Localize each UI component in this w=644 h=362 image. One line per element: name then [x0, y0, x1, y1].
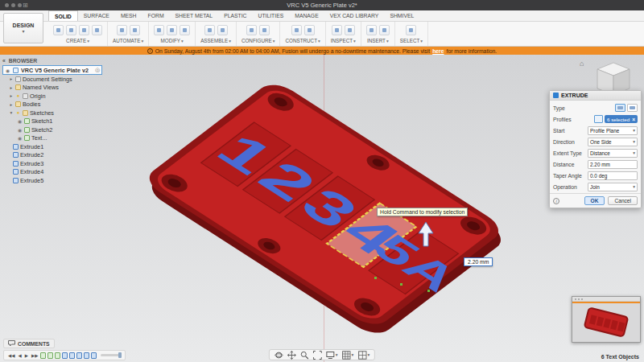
timeline-feature-sketch[interactable]: [47, 352, 53, 359]
browser-item-document-settings[interactable]: ▸ Document Settings: [2, 75, 109, 84]
tab-sheet-metal[interactable]: SHEET METAL: [170, 10, 219, 21]
sketch-point-marker[interactable]: [400, 283, 402, 286]
timeline-feature-extrude[interactable]: [84, 352, 89, 359]
direction-dropdown[interactable]: One Side ▾: [588, 138, 638, 146]
modify-menu[interactable]: MODIFY▾: [161, 38, 184, 43]
sketch-point-marker[interactable]: [427, 290, 430, 292]
extrude-dialog-header[interactable]: EXTRUDE: [550, 91, 641, 101]
assemble-tool-icon[interactable]: [204, 25, 215, 35]
select-menu[interactable]: SELECT▾: [400, 38, 423, 43]
gear-icon[interactable]: ◎: [95, 67, 100, 73]
grid-settings-icon[interactable]: ▾: [342, 351, 354, 360]
select-tool-icon[interactable]: [406, 25, 416, 35]
timeline-go-start-button[interactable]: ◀◀: [7, 353, 15, 358]
visibility-bulb-icon[interactable]: ●: [15, 93, 21, 98]
chevron-right-icon[interactable]: ▸: [9, 85, 14, 90]
chevron-right-icon[interactable]: ▸: [9, 93, 14, 98]
inspect-tool-icon[interactable]: [332, 25, 342, 35]
browser-item-extrude1[interactable]: Extrude1: [2, 142, 109, 151]
tab-vex-cad-library[interactable]: VEX CAD LIBRARY: [324, 10, 385, 21]
insert-tool-icon[interactable]: [379, 25, 390, 35]
insert-tool-icon[interactable]: [366, 25, 377, 35]
timeline-feature-extrude[interactable]: [62, 352, 68, 359]
profiles-selected-chip[interactable]: 6 selected ×: [605, 115, 638, 123]
mini-preview-window[interactable]: [572, 296, 641, 343]
modify-tool-icon[interactable]: [167, 25, 177, 35]
construct-tool-icon[interactable]: [291, 25, 302, 35]
tab-solid[interactable]: SOLID: [48, 10, 78, 21]
display-settings-icon[interactable]: ▾: [326, 351, 338, 360]
browser-item-extrude5[interactable]: Extrude5: [2, 176, 109, 185]
viewports-icon[interactable]: ▾: [357, 351, 369, 360]
browser-item-sketches[interactable]: ▾ ● Sketches: [2, 109, 109, 117]
ok-button[interactable]: OK: [584, 196, 605, 205]
inspect-tool-icon[interactable]: [345, 25, 355, 35]
eye-icon[interactable]: ◉: [17, 135, 23, 141]
assemble-menu[interactable]: ASSEMBLE▾: [200, 38, 231, 43]
tab-mesh[interactable]: MESH: [115, 10, 142, 21]
tab-manage[interactable]: MANAGE: [289, 10, 324, 21]
browser-item-sketch2[interactable]: ◉ Sketch2: [2, 125, 109, 134]
comments-bar[interactable]: COMMENTS: [3, 339, 55, 348]
tab-surface[interactable]: SURFACE: [78, 10, 115, 21]
configure-menu[interactable]: CONFIGURE▾: [242, 38, 275, 43]
type-extrude-button[interactable]: [615, 104, 625, 112]
taper-angle-input[interactable]: 0.0 deg: [588, 171, 638, 180]
visibility-bulb-icon[interactable]: ●: [15, 110, 21, 115]
chevron-right-icon[interactable]: ▸: [9, 102, 14, 107]
configure-tool-icon[interactable]: [246, 25, 257, 35]
assemble-tool-icon[interactable]: [217, 25, 228, 35]
model-viewport[interactable]: 1 2 3 4 5A « BROWSER ◉ VRC V5 Generic P: [0, 55, 644, 362]
create-menu[interactable]: CREATE▾: [66, 38, 89, 43]
modify-tool-icon[interactable]: [180, 25, 190, 35]
browser-item-named-views[interactable]: ▸ Named Views: [2, 84, 109, 93]
browser-item-bodies[interactable]: ▸ Bodies: [2, 101, 109, 109]
orbit-icon[interactable]: [275, 351, 283, 360]
workspace-selector[interactable]: DESIGN ▾: [3, 13, 43, 43]
timeline-feature-sketch[interactable]: [40, 352, 46, 359]
eye-icon[interactable]: ◉: [17, 127, 23, 133]
timeline-feature-extrude[interactable]: [91, 352, 97, 359]
browser-item-extrude4[interactable]: Extrude4: [2, 168, 109, 177]
browser-item-sketch1[interactable]: ◉ Sketch1: [2, 117, 109, 126]
tab-form[interactable]: FORM: [142, 10, 170, 21]
automate-tool-icon[interactable]: [130, 25, 140, 35]
create-tool-icon[interactable]: [53, 25, 64, 35]
construct-tool-icon[interactable]: [304, 25, 315, 35]
banner-here-link[interactable]: here: [432, 48, 444, 54]
automate-menu[interactable]: AUTOMATE▾: [113, 38, 143, 43]
extent-type-dropdown[interactable]: Distance ▾: [588, 149, 638, 158]
modify-tool-icon[interactable]: [154, 25, 164, 35]
collapse-panel-icon[interactable]: «: [2, 58, 6, 64]
timeline-step-back-button[interactable]: ◀: [17, 353, 22, 358]
info-icon[interactable]: i: [553, 198, 559, 204]
browser-item-origin[interactable]: ▸ ● Origin: [2, 92, 109, 101]
pan-icon[interactable]: [287, 351, 296, 360]
eye-icon[interactable]: ◉: [5, 68, 10, 73]
tab-shmivel[interactable]: SHMIVEL: [384, 10, 419, 21]
sketch-point-marker[interactable]: [374, 277, 377, 279]
browser-item-extrude3[interactable]: Extrude3: [2, 159, 109, 168]
construct-menu[interactable]: CONSTRUCT▾: [285, 38, 320, 43]
browser-item-extrude2[interactable]: Extrude2: [2, 151, 109, 160]
browser-item-text-sketch[interactable]: ◉ Text...: [2, 134, 109, 143]
profile-select-icon[interactable]: [594, 115, 603, 123]
browser-root-item[interactable]: ◉ VRC V5 Generic Plate v2 ◎: [2, 65, 102, 75]
cancel-button[interactable]: Cancel: [608, 196, 638, 205]
eye-icon[interactable]: ◉: [17, 118, 23, 124]
insert-menu[interactable]: INSERT▾: [367, 38, 389, 43]
automate-tool-icon[interactable]: [117, 25, 127, 35]
fit-view-icon[interactable]: [313, 351, 322, 360]
create-tool-icon[interactable]: [79, 25, 89, 35]
create-tool-icon[interactable]: [66, 25, 76, 35]
configure-tool-icon[interactable]: [259, 25, 270, 35]
distance-input[interactable]: 2.20 mm: [588, 160, 638, 169]
timeline-go-end-button[interactable]: ▶▶: [31, 353, 39, 358]
start-dropdown[interactable]: Profile Plane ▾: [588, 126, 638, 135]
chevron-down-icon[interactable]: ▾: [9, 110, 14, 115]
timeline-scrubber[interactable]: [101, 354, 122, 356]
inspect-menu[interactable]: INSPECT▾: [331, 38, 356, 43]
create-tool-icon[interactable]: [92, 25, 102, 35]
timeline-feature-sketch[interactable]: [55, 352, 60, 359]
operation-dropdown[interactable]: Join ▾: [588, 183, 638, 191]
